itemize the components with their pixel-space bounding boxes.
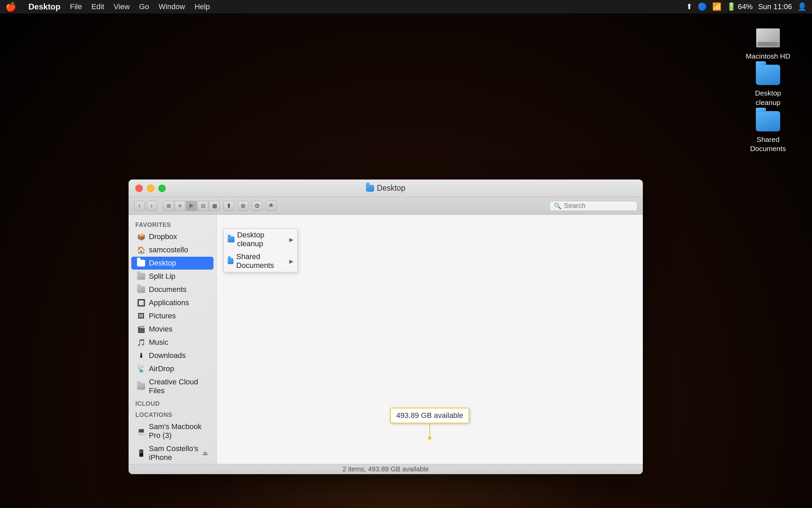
tooltip-text: 493.89 GB available [396,411,463,420]
macintosh-hd-icon-img [754,27,782,49]
sidebar-item-samcostello-label: samcostello [149,246,188,254]
documents-folder-icon [137,285,145,294]
menubar: 🍎 Desktop File Edit View Go Window Help … [0,0,812,14]
search-icon: 🔍 [554,202,561,210]
actions-button[interactable]: ⚙ [252,201,263,211]
title-folder-icon [366,185,374,192]
sidebar-item-documents[interactable]: Documents [131,283,213,296]
sidebar-item-applications[interactable]: 🔲 Applications [131,296,213,309]
finder-status-bar: 2 items, 493.89 GB available [129,464,643,474]
content-item-shared-documents[interactable]: Shared Documents ▶ [224,250,297,272]
sidebar-item-sams-macbook-label: Sam's Macbook Pro (3) [149,422,208,440]
desktop-icon-macintosh-hd[interactable]: Macintosh HD [744,27,792,61]
tooltip-line [429,423,430,437]
tag-button[interactable]: ⊕ [238,201,248,211]
sidebar-item-downloads[interactable]: ⬇ Downloads [131,349,213,362]
macintosh-hd-label: Macintosh HD [746,51,790,61]
sidebar-item-sams-macbook[interactable]: 💻 Sam's Macbook Pro (3) [131,420,213,442]
menubar-edit[interactable]: Edit [91,2,104,11]
tooltip-storage: 493.89 GB available [390,408,469,423]
menubar-app-name[interactable]: Desktop [28,2,61,12]
menubar-help[interactable]: Help [195,2,210,11]
icon-view-button[interactable]: ⊞ [163,201,174,211]
sidebar-item-airdrop[interactable]: 📡 AirDrop [131,362,213,375]
sidebar-item-airdrop-label: AirDrop [149,364,174,373]
menubar-wifi-icon: 📶 [712,2,721,11]
finder-window-title: Desktop [377,184,405,193]
desktop-cleanup-item-label: Desktop cleanup [237,231,287,248]
menubar-left: 🍎 Desktop File Edit View Go Window Help [5,2,210,12]
eye-button[interactable]: 👁 [266,201,277,211]
finder-body: Favorites 📦 Dropbox 🏠 samcostello Deskto… [129,215,643,464]
sidebar-item-split-lip[interactable]: Split Lip [131,270,213,283]
desktop-icon-shared-documents[interactable]: Shared Documents [744,110,792,153]
shared-documents-label: Shared Documents [744,135,792,153]
menubar-go[interactable]: Go [139,2,149,11]
shared-documents-folder-icon [756,111,780,131]
menubar-window[interactable]: Window [159,2,185,11]
search-input[interactable] [564,202,633,210]
apple-menu[interactable]: 🍎 [5,2,16,12]
desktop-cleanup-label: Desktop cleanup [744,88,792,107]
airdrop-icon: 📡 [137,364,145,373]
split-lip-folder-icon [137,272,145,281]
sidebar-item-sam-iphone[interactable]: 📱 Sam Costello's iPhone ⏏ [131,442,213,464]
content-item-desktop-cleanup[interactable]: Desktop cleanup ▶ [224,229,297,250]
icloud-section-label: iCloud [129,398,216,409]
shared-documents-folder-icon-sm [228,258,233,264]
iphone-icon: 📱 [137,449,145,458]
gallery-view-button[interactable]: ⊟ [198,201,208,211]
menubar-bt-icon: 🔵 [698,2,707,11]
favorites-section-label: Favorites [129,219,216,230]
sidebar-item-pictures-label: Pictures [149,312,176,320]
sidebar-item-split-lip-label: Split Lip [149,272,175,281]
sidebar-item-dropbox[interactable]: 📦 Dropbox [131,230,213,243]
desktop-icons-area: Macintosh HD Desktop cleanup Shared Docu… [744,27,792,153]
toolbar-nav: ‹ › [134,201,157,211]
sidebar-item-music[interactable]: 🎵 Music [131,336,213,349]
sidebar-item-documents-label: Documents [149,285,186,294]
back-button[interactable]: ‹ [134,201,145,211]
pictures-icon: 🖼 [137,312,145,320]
traffic-lights [135,185,166,192]
cover-flow-button[interactable]: ▦ [209,201,220,211]
search-box[interactable]: 🔍 [549,201,637,211]
column-view-button[interactable]: ⫸ [186,201,197,211]
list-view-button[interactable]: ≡ [175,201,185,211]
menubar-right: ⬆ 🔵 📶 🔋 64% Sun 11:06 👤 [686,2,807,11]
music-icon: 🎵 [137,338,145,347]
locations-section-label: Locations [129,409,216,420]
menubar-clock: Sun 11:06 [758,2,792,11]
maximize-button[interactable] [158,185,166,192]
sidebar-item-desktop-label: Desktop [149,259,176,268]
sidebar-item-creative-cloud[interactable]: Creative Cloud Files [131,376,213,397]
sidebar-item-movies-label: Movies [149,325,173,334]
menubar-user-icon: 👤 [797,2,807,11]
forward-button[interactable]: › [146,201,157,211]
sidebar-item-desktop[interactable]: Desktop [131,257,213,270]
desktop-cleanup-folder-icon-sm [228,236,234,242]
desktop-cleanup-folder-icon [756,65,780,85]
sidebar-item-pictures[interactable]: 🖼 Pictures [131,310,213,322]
sidebar-item-applications-label: Applications [149,298,189,307]
tooltip-dot [428,436,431,440]
sidebar-item-samcostello[interactable]: 🏠 samcostello [131,244,213,256]
content-dropdown: Desktop cleanup ▶ Shared Documents ▶ [223,228,298,272]
eject-icon[interactable]: ⏏ [202,449,208,457]
share-button[interactable]: ⬆ [223,201,234,211]
desktop-cleanup-icon-img [754,64,782,86]
desktop-icon-desktop-cleanup[interactable]: Desktop cleanup [744,64,792,107]
finder-toolbar: ‹ › ⊞ ≡ ⫸ ⊟ ▦ ⬆ ⊕ ⚙ 👁 🔍 [129,197,643,215]
hd-drive-icon [756,28,780,47]
minimize-button[interactable] [147,185,154,192]
close-button[interactable] [135,185,143,192]
sidebar-item-creative-cloud-label: Creative Cloud Files [149,378,208,395]
menubar-view[interactable]: View [114,2,130,11]
dropbox-icon: 📦 [137,232,145,241]
sidebar-item-movies[interactable]: 🎬 Movies [131,323,213,336]
sidebar-item-sam-iphone-label: Sam Costello's iPhone [149,444,199,462]
computer-icon: 💻 [137,427,145,436]
movies-icon: 🎬 [137,325,145,334]
menubar-battery: 🔋 64% [727,2,753,11]
menubar-file[interactable]: File [70,2,82,11]
